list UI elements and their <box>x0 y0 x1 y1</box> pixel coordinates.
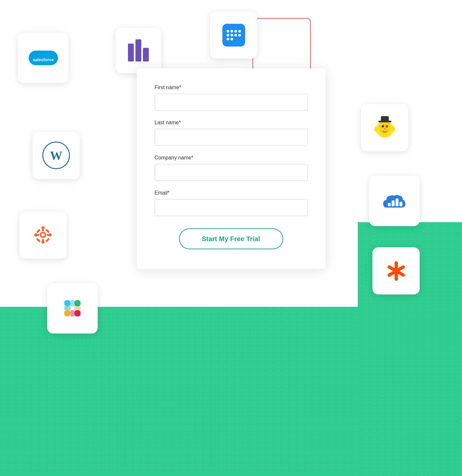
svg-point-27 <box>41 240 45 244</box>
start-trial-button[interactable]: Start My Free Trial <box>179 228 283 249</box>
svg-rect-23 <box>45 229 50 233</box>
zapier-tile <box>372 247 420 294</box>
svg-text:salesforce: salesforce <box>33 57 53 62</box>
svg-rect-36 <box>74 310 80 316</box>
salesforce-tile: salesforce <box>18 33 68 83</box>
svg-rect-13 <box>392 200 395 206</box>
svg-rect-40 <box>71 310 75 316</box>
intercom-tile <box>210 11 257 59</box>
svg-rect-38 <box>64 306 70 310</box>
email-input[interactable] <box>155 199 308 216</box>
analytics-icon <box>381 189 408 213</box>
missive-tile <box>116 28 161 73</box>
zapier-icon <box>383 258 409 284</box>
svg-point-8 <box>385 125 388 127</box>
mailchimp-icon <box>372 115 398 141</box>
svg-rect-37 <box>71 300 75 306</box>
intercom-icon <box>222 24 245 47</box>
svg-rect-22 <box>36 229 41 233</box>
svg-rect-34 <box>74 300 80 306</box>
svg-point-26 <box>41 226 45 229</box>
svg-rect-33 <box>64 300 70 306</box>
svg-point-29 <box>49 233 52 237</box>
hubspot-tile <box>20 211 67 259</box>
svg-point-7 <box>382 125 384 127</box>
analytics-tile <box>369 176 420 226</box>
svg-point-17 <box>41 233 45 237</box>
company-label: Company name* <box>155 155 308 161</box>
company-group: Company name* <box>155 155 308 181</box>
salesforce-icon: salesforce <box>27 47 60 69</box>
last-name-label: Last name* <box>155 120 308 126</box>
svg-rect-24 <box>36 238 41 242</box>
last-name-group: Last name* <box>155 120 308 146</box>
missive-icon <box>128 39 149 61</box>
svg-rect-35 <box>64 310 70 316</box>
svg-rect-25 <box>45 238 50 242</box>
company-input[interactable] <box>155 164 308 181</box>
first-name-label: First name* <box>155 85 308 90</box>
svg-rect-12 <box>388 203 391 206</box>
wordpress-icon: W <box>42 142 70 169</box>
svg-rect-15 <box>399 202 402 206</box>
page-scene: salesforce <box>0 0 462 476</box>
svg-rect-39 <box>74 306 80 310</box>
first-name-group: First name* <box>155 85 308 111</box>
svg-point-4 <box>374 126 380 132</box>
signup-form-card: First name* Last name* Company name* Ema… <box>137 68 326 269</box>
mailchimp-tile <box>361 104 408 151</box>
svg-rect-14 <box>396 198 399 206</box>
email-group: Email* <box>155 190 308 216</box>
email-label: Email* <box>155 190 308 196</box>
svg-rect-11 <box>381 116 389 121</box>
svg-point-28 <box>34 233 37 237</box>
hubspot-icon <box>31 223 55 247</box>
wordpress-tile: W <box>33 132 80 179</box>
slack-icon <box>59 294 86 322</box>
first-name-input[interactable] <box>155 94 308 111</box>
last-name-input[interactable] <box>155 129 308 146</box>
decorative-pink-box <box>252 18 311 75</box>
svg-point-5 <box>390 126 395 132</box>
slack-tile <box>47 283 98 333</box>
svg-point-9 <box>384 128 386 129</box>
